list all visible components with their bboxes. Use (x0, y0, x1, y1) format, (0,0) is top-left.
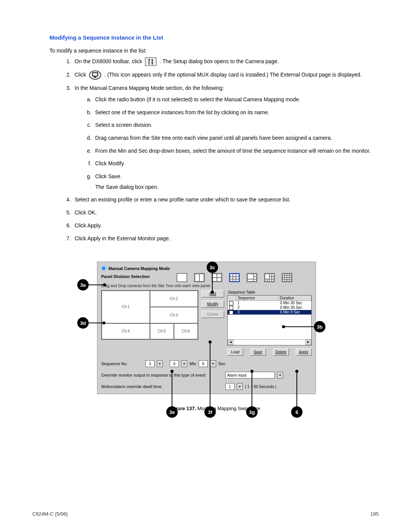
load-button[interactable]: Load (227, 348, 243, 356)
drag-hint: Drag and Drop cameras from the Site Tree… (101, 284, 312, 288)
sec-label: Sec (218, 361, 226, 366)
step-3g-text: Click Save. (95, 173, 122, 179)
division-2x2[interactable] (212, 273, 222, 282)
division-4x4[interactable] (282, 273, 292, 282)
override-dropdown[interactable]: ▼ (277, 372, 283, 379)
leader-3b (284, 326, 314, 327)
step-6: Click Apply. (72, 222, 381, 230)
col-duration: Duration (278, 296, 311, 300)
callout-6: 6 (291, 406, 303, 418)
step-3a: Click the radio button (if it is not sel… (93, 96, 381, 104)
dwell-row: Motion/alarm override dwell time. 1▼ ( 1… (101, 383, 312, 390)
callout-3d: 3d (77, 317, 89, 329)
dwell-input[interactable]: 1 (225, 383, 234, 390)
sequence-table-title: Sequence Table (228, 290, 312, 294)
step-3d: Drag cameras from the Site tree onto eac… (93, 134, 381, 142)
dwell-dropdown[interactable]: ▼ (237, 383, 243, 390)
division-1x1[interactable] (177, 273, 187, 282)
sequence-table[interactable]: Sequence Duration 10 Min 30 Sec 20 Min 3… (227, 295, 312, 345)
step-2: Click . (This icon appears only if the o… (72, 70, 381, 80)
division-1-5[interactable] (247, 273, 257, 282)
sequence-no-label: Sequence No. (101, 361, 143, 366)
steps-list: On the DX8000 toolbar, click . The Setup… (49, 58, 381, 243)
leader-3f (210, 342, 210, 406)
table-row[interactable]: 10 Min 30 Sec (228, 301, 311, 305)
step-4: Select an existing profile or enter a ne… (72, 196, 381, 204)
min-input[interactable]: 0 (170, 360, 179, 367)
monitor-icon (89, 70, 101, 80)
manual-mapping-label: Manual Camera Mapping Mode (108, 266, 170, 271)
dwell-hint: ( 1 ~ 60 Seconds ) (245, 385, 276, 389)
panel-ch2[interactable]: Ch:2 (150, 291, 198, 307)
section-title: Modifying a Sequence Instance in the Lis… (49, 34, 381, 41)
sequence-table-header: Sequence Duration (228, 296, 311, 301)
figure-container: 3c 3a 3d 3b 3e 3f 3g 6 Manual (70, 262, 360, 411)
leader-3c (212, 273, 213, 292)
step-3b: Select one of the sequence instances fro… (93, 109, 381, 117)
sequence-no-row: Sequence No. 3▼ 0▼ Min 9▼ Sec (101, 360, 312, 367)
panel-ch6[interactable]: Ch:6 (174, 323, 198, 340)
division-options (177, 273, 292, 282)
delete-button[interactable]: Delete (201, 311, 224, 318)
sec-input[interactable]: 9 (199, 360, 208, 367)
lower-area: Ch:1 Ch:2 Ch:3 Ch:4 Ch:5 Ch:6 Add Modify… (101, 290, 312, 356)
scroll-right-icon[interactable]: ► (305, 340, 311, 345)
step-2-text-a: Click (75, 72, 88, 78)
step-3f: Click Modify. (93, 160, 381, 168)
callout-3e: 3e (166, 406, 178, 418)
callout-3g: 3g (246, 406, 258, 418)
page-footer: C624M-C (5/06) 195 (32, 511, 379, 517)
apply-button[interactable]: Apply (296, 348, 312, 356)
callout-3b: 3b (314, 321, 325, 332)
svg-rect-0 (92, 73, 98, 76)
step-3: In the Manual Camera Mapping Mode sectio… (72, 84, 381, 191)
step-1-text-b: . The Setup dialog box opens to the Came… (159, 58, 279, 64)
substeps-list: Click the radio button (if it is not sel… (75, 96, 381, 192)
view-panel-grid[interactable]: Ch:1 Ch:2 Ch:3 Ch:4 Ch:5 Ch:6 (101, 290, 198, 340)
panel-ch3[interactable]: Ch:3 (150, 307, 198, 323)
override-row: Override monitor output in response to t… (101, 372, 312, 379)
step-2-text-b: . (This icon appears only if the optiona… (104, 72, 362, 78)
table-row[interactable]: 20 Min 30 Sec (228, 305, 311, 310)
step-3-text: In the Manual Camera Mapping Mode sectio… (75, 85, 224, 91)
step-3e: From the Min and Sec drop-down boxes, se… (93, 147, 381, 155)
step-7: Click Apply in the External Monitor page… (72, 235, 381, 243)
callout-3f: 3f (204, 406, 216, 418)
horizontal-scrollbar[interactable]: ◄► (228, 339, 311, 345)
panel-division-label: Panel Division Selection (101, 274, 174, 279)
sequence-area: Sequence Table Sequence Duration 10 Min … (227, 290, 312, 356)
delete2-button[interactable]: Delete (273, 348, 289, 356)
step-3g: Click Save. The Save dialog box open. (93, 173, 381, 191)
panel-ch1[interactable]: Ch:1 (102, 291, 150, 323)
step-1: On the DX8000 toolbar, click . The Setup… (72, 58, 381, 66)
step-1-text-a: On the DX8000 toolbar, click (75, 58, 143, 64)
manual-mapping-radio[interactable] (101, 266, 106, 271)
sec-dropdown[interactable]: ▼ (210, 360, 216, 367)
modify-button[interactable]: Modify (201, 300, 224, 308)
leader-3a (89, 284, 105, 285)
dwell-label: Motion/alarm override dwell time. (101, 384, 223, 389)
leader-3d (89, 323, 104, 323)
panel-ch5[interactable]: Ch:5 (150, 323, 174, 340)
override-label: Override monitor output in response to t… (101, 373, 223, 377)
save-button[interactable]: Save (250, 348, 266, 356)
override-select[interactable]: Alarm input (225, 372, 275, 379)
table-row-selected[interactable]: 30 Min 9 Sec (228, 310, 311, 315)
division-3x3[interactable] (229, 273, 240, 282)
division-2x1[interactable] (194, 273, 205, 282)
sequence-buttons: Load Save Delete Apply (227, 348, 312, 356)
col-sequence: Sequence (236, 296, 278, 300)
setup-tool-icon (145, 58, 156, 66)
sequence-no-input[interactable]: 3 (145, 360, 155, 367)
sequence-no-dropdown[interactable]: ▼ (157, 360, 163, 367)
panel-ch4[interactable]: Ch:4 (102, 323, 150, 340)
scroll-left-icon[interactable]: ◄ (228, 340, 234, 345)
min-dropdown[interactable]: ▼ (181, 360, 187, 367)
callout-3a: 3a (77, 279, 89, 291)
leader-6 (296, 371, 297, 406)
division-1-7[interactable] (264, 273, 275, 282)
leader-3e (172, 371, 172, 406)
footer-left: C624M-C (5/06) (32, 511, 68, 517)
intro-text: To modify a sequence instance in the lis… (49, 48, 381, 54)
leader-3g (252, 371, 252, 406)
